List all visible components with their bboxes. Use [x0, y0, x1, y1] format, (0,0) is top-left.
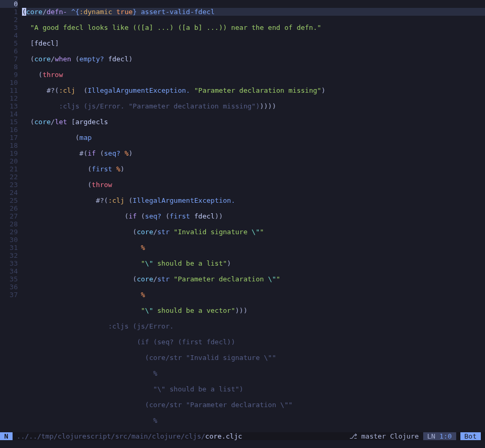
- code-line: "\" should be a list"): [22, 385, 485, 393]
- scroll-position: Bot: [460, 432, 481, 440]
- code-line: (throw: [22, 71, 485, 79]
- code-line: (if (seq? (first fdecl)): [22, 338, 485, 346]
- code-line: (core/str "Parameter declaration \"": [22, 275, 485, 283]
- mode-indicator: N: [0, 432, 13, 440]
- code-line: (core/defn- ^{:dynamic true} assert-vali…: [22, 8, 485, 16]
- command-line[interactable]: [0, 440, 485, 448]
- line-number-current: 0: [0, 0, 18, 8]
- code-line: "\" should be a vector"))): [22, 307, 485, 314]
- code-line: %: [22, 244, 485, 252]
- code-line: #(if (seq? %): [22, 149, 485, 157]
- status-line: N ../../tmp/clojurescript/src/main/cloju…: [0, 432, 485, 440]
- code-line: :cljs (js/Error. "Parameter declaration …: [22, 102, 485, 110]
- line-number-gutter: 0 1 2 3 4 5 6 7 8 9 10 11 12 13 14 15 16…: [0, 0, 22, 432]
- code-line: %: [22, 417, 485, 424]
- code-line: #?(:clj (IllegalArgumentException.: [22, 196, 485, 204]
- cursor: (: [22, 8, 26, 16]
- code-line: %: [22, 369, 485, 377]
- code-line: (core/str "Invalid signature \"": [22, 228, 485, 236]
- git-branch: ⎇ master: [349, 432, 386, 440]
- code-line: (throw: [22, 181, 485, 189]
- code-line: :cljs (js/Error.: [22, 322, 485, 330]
- code-line: (core/let [argdecls: [22, 118, 485, 126]
- code-line: "\" should be a list"): [22, 259, 485, 267]
- branch-icon: ⎇: [349, 432, 357, 440]
- editor[interactable]: 0 1 2 3 4 5 6 7 8 9 10 11 12 13 14 15 16…: [0, 0, 485, 432]
- code-line: (first %): [22, 165, 485, 173]
- file-path: ../../tmp/clojurescript/src/main/clojure…: [13, 432, 242, 440]
- filetype: Clojure: [390, 432, 419, 440]
- line-column: LN 1:0: [423, 432, 456, 440]
- code-line: (core/when (empty? fdecl): [22, 55, 485, 63]
- status-right: ⎇ master Clojure LN 1:0 Bot: [349, 432, 485, 440]
- code-line: (core/str "Parameter declaration \"": [22, 401, 485, 409]
- code-line: #?(:clj (IllegalArgumentException. "Para…: [22, 86, 485, 94]
- code-line: [fdecl]: [22, 39, 485, 47]
- code-line: %: [22, 291, 485, 299]
- code-area[interactable]: (core/defn- ^{:dynamic true} assert-vali…: [22, 0, 485, 432]
- code-line: (map: [22, 134, 485, 141]
- code-line: "A good fdecl looks like (([a] ...) ([a …: [22, 24, 485, 31]
- code-line: (if (seq? (first fdecl)): [22, 212, 485, 220]
- code-line: (core/str "Invalid signature \"": [22, 354, 485, 362]
